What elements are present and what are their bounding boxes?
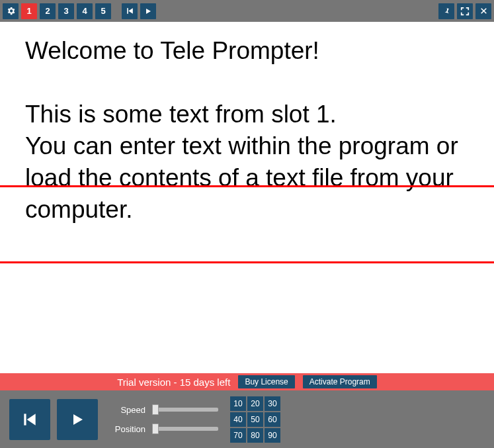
slot-button-1[interactable]: 1 xyxy=(21,3,37,19)
trial-bar: Trial version - 15 days left Buy License… xyxy=(0,373,494,390)
top-toolbar: 1 2 3 4 5 xyxy=(0,0,494,22)
play-icon xyxy=(69,412,85,427)
slot-button-2[interactable]: 2 xyxy=(40,3,56,19)
rewind-button-large[interactable] xyxy=(9,399,50,440)
play-button-large[interactable] xyxy=(57,399,98,440)
speed-preset-grid: 10 20 30 40 50 60 70 80 90 xyxy=(230,396,280,443)
pin-icon xyxy=(442,7,451,16)
slot-label: 1 xyxy=(26,6,31,16)
preset-button-10[interactable]: 10 xyxy=(230,396,246,411)
fullscreen-button[interactable] xyxy=(457,3,473,19)
rewind-button[interactable] xyxy=(122,3,138,19)
slider-group: Speed Position xyxy=(112,405,218,434)
read-line-bottom xyxy=(0,261,494,263)
slot-label: 5 xyxy=(101,6,105,16)
prompter-viewport: Welcome to Tele Prompter! This is some t… xyxy=(0,22,494,373)
svg-rect-0 xyxy=(127,8,128,14)
preset-button-80[interactable]: 80 xyxy=(247,428,263,443)
slot-button-3[interactable]: 3 xyxy=(58,3,74,19)
svg-rect-1 xyxy=(24,414,26,425)
close-icon xyxy=(479,7,488,15)
slot-label: 3 xyxy=(63,6,68,16)
play-icon xyxy=(144,7,152,15)
preset-button-30[interactable]: 30 xyxy=(265,396,280,411)
speed-slider-thumb[interactable] xyxy=(152,404,159,415)
activate-program-button[interactable]: Activate Program xyxy=(303,375,377,388)
skip-back-icon xyxy=(21,411,38,428)
control-bar: Speed Position 10 20 30 40 50 60 70 80 9… xyxy=(0,390,494,448)
close-button[interactable] xyxy=(475,3,491,19)
preset-button-90[interactable]: 90 xyxy=(265,428,280,443)
read-line-top xyxy=(0,185,494,187)
buy-license-button[interactable]: Buy License xyxy=(238,375,294,388)
skip-back-icon xyxy=(126,7,134,15)
preset-button-40[interactable]: 40 xyxy=(230,412,246,427)
settings-button[interactable] xyxy=(3,3,19,19)
slot-label: 2 xyxy=(45,6,50,16)
script-text: Welcome to Tele Prompter! This is some t… xyxy=(25,35,468,226)
slot-button-5[interactable]: 5 xyxy=(95,3,111,19)
gear-icon xyxy=(6,6,16,16)
speed-label: Speed xyxy=(112,405,145,415)
position-slider-thumb[interactable] xyxy=(152,424,159,434)
position-slider[interactable] xyxy=(152,427,218,431)
play-button-small[interactable] xyxy=(140,3,156,19)
preset-button-50[interactable]: 50 xyxy=(247,412,263,427)
fullscreen-icon xyxy=(460,7,470,16)
pin-button[interactable] xyxy=(438,3,454,19)
slot-label: 4 xyxy=(82,6,87,16)
preset-button-70[interactable]: 70 xyxy=(230,428,246,443)
position-label: Position xyxy=(112,424,145,434)
slot-button-4[interactable]: 4 xyxy=(77,3,93,19)
preset-button-20[interactable]: 20 xyxy=(247,396,263,411)
preset-button-60[interactable]: 60 xyxy=(265,412,280,427)
speed-slider[interactable] xyxy=(152,408,218,412)
trial-message: Trial version - 15 days left xyxy=(117,377,230,388)
